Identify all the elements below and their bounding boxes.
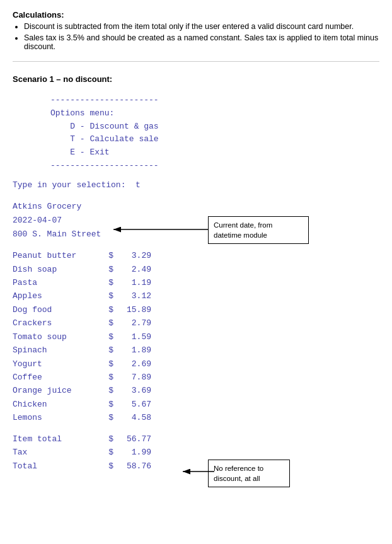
scenario-title: Scenario 1 – no discount: bbox=[13, 74, 379, 84]
receipt-item-row: Dog food$15.89 bbox=[13, 303, 379, 316]
calculations-title: Calculations: bbox=[13, 10, 64, 20]
item-amount: 3.29 bbox=[113, 249, 151, 262]
calculations-list: Discount is subtracted from the item tot… bbox=[24, 22, 379, 51]
type-line: Type in your selection: t bbox=[13, 180, 379, 190]
item-name: Pasta bbox=[13, 276, 101, 289]
dashes-top: ---------------------- bbox=[50, 94, 379, 107]
total-amount: 1.99 bbox=[113, 446, 151, 459]
item-amount: 4.58 bbox=[113, 411, 151, 424]
item-dollar: $ bbox=[101, 398, 113, 411]
item-dollar: $ bbox=[101, 316, 113, 330]
dashes-bottom: ---------------------- bbox=[50, 159, 379, 173]
item-dollar: $ bbox=[101, 276, 113, 289]
total-label: Tax bbox=[13, 446, 101, 459]
receipt-item-row: Orange juice$3.69 bbox=[13, 384, 379, 397]
section-divider bbox=[13, 61, 379, 62]
item-name: Dog food bbox=[13, 303, 101, 316]
calculations-section: Calculations: Discount is subtracted fro… bbox=[13, 10, 379, 51]
receipt-item-row: Peanut butter$3.29 bbox=[13, 249, 379, 262]
item-name: Orange juice bbox=[13, 384, 101, 397]
item-amount: 3.12 bbox=[113, 289, 151, 303]
tooltip-no-discount: No reference to discount, at all bbox=[208, 460, 290, 487]
receipt-item-row: Apples$3.12 bbox=[13, 289, 379, 303]
item-amount: 2.69 bbox=[113, 357, 151, 371]
item-name: Apples bbox=[13, 289, 101, 303]
total-label: Item total bbox=[13, 432, 101, 446]
total-amount: 56.77 bbox=[113, 432, 151, 446]
item-amount: 1.19 bbox=[113, 276, 151, 289]
total-label: Total bbox=[13, 460, 101, 473]
item-name: Chicken bbox=[13, 398, 101, 411]
item-amount: 1.59 bbox=[113, 330, 151, 344]
item-amount: 7.89 bbox=[113, 371, 151, 384]
item-amount: 3.69 bbox=[113, 384, 151, 397]
total-amount: 58.76 bbox=[113, 460, 151, 473]
item-amount: 2.79 bbox=[113, 316, 151, 330]
receipt-item-row: Dish soap$2.49 bbox=[13, 263, 379, 276]
total-dollar: $ bbox=[101, 460, 113, 473]
receipt-total-row: Item total$56.77 bbox=[13, 432, 379, 446]
item-name: Crackers bbox=[13, 316, 101, 330]
item-dollar: $ bbox=[101, 344, 113, 357]
item-amount: 2.49 bbox=[113, 263, 151, 276]
item-dollar: $ bbox=[101, 263, 113, 276]
item-dollar: $ bbox=[101, 384, 113, 397]
receipt-area: Current date, from datetime module Atkin… bbox=[13, 200, 379, 473]
receipt-item-row: Crackers$2.79 bbox=[13, 316, 379, 330]
arrow-no-discount bbox=[180, 464, 217, 480]
item-dollar: $ bbox=[101, 357, 113, 371]
item-dollar: $ bbox=[101, 371, 113, 384]
menu-item-3: E - Exit bbox=[50, 146, 379, 159]
item-name: Yogurt bbox=[13, 357, 101, 371]
total-dollar: $ bbox=[101, 432, 113, 446]
item-amount: 1.89 bbox=[113, 344, 151, 357]
receipt-item-row: Tomato soup$1.59 bbox=[13, 330, 379, 344]
item-name: Coffee bbox=[13, 371, 101, 384]
item-dollar: $ bbox=[101, 330, 113, 344]
receipt-item-row: Chicken$5.67 bbox=[13, 398, 379, 411]
menu-item-2: T - Calculate sale bbox=[50, 133, 379, 146]
receipt-item-row: Pasta$1.19 bbox=[13, 276, 379, 289]
item-name: Tomato soup bbox=[13, 330, 101, 344]
receipt-item-row: Coffee$7.89 bbox=[13, 371, 379, 384]
item-dollar: $ bbox=[101, 249, 113, 262]
item-name: Dish soap bbox=[13, 263, 101, 276]
item-name: Spinach bbox=[13, 344, 101, 357]
receipt-item-row: Spinach$1.89 bbox=[13, 344, 379, 357]
item-name: Lemons bbox=[13, 411, 101, 424]
calc-bullet-1: Discount is subtracted from the item tot… bbox=[24, 22, 379, 31]
menu-item-1: D - Discount & gas bbox=[50, 120, 379, 134]
item-dollar: $ bbox=[101, 411, 113, 424]
calc-bullet-2: Sales tax is 3.5% and should be created … bbox=[24, 33, 379, 51]
arrow-date bbox=[107, 220, 211, 239]
item-dollar: $ bbox=[101, 303, 113, 316]
item-amount: 5.67 bbox=[113, 398, 151, 411]
total-dollar: $ bbox=[101, 446, 113, 459]
item-name: Peanut butter bbox=[13, 249, 101, 262]
store-name: Atkins Grocery bbox=[13, 200, 379, 214]
receipt-items: Peanut butter$3.29Dish soap$2.49Pasta$1.… bbox=[13, 249, 379, 425]
receipt-item-row: Lemons$4.58 bbox=[13, 411, 379, 424]
menu-label: Options menu: bbox=[50, 107, 379, 120]
terminal-output: ---------------------- Options menu: D -… bbox=[50, 94, 379, 173]
item-dollar: $ bbox=[101, 289, 113, 303]
item-amount: 15.89 bbox=[113, 303, 151, 316]
receipt-total-row: Tax$1.99 bbox=[13, 446, 379, 459]
receipt-item-row: Yogurt$2.69 bbox=[13, 357, 379, 371]
tooltip-current-date: Current date, from datetime module bbox=[208, 216, 309, 244]
